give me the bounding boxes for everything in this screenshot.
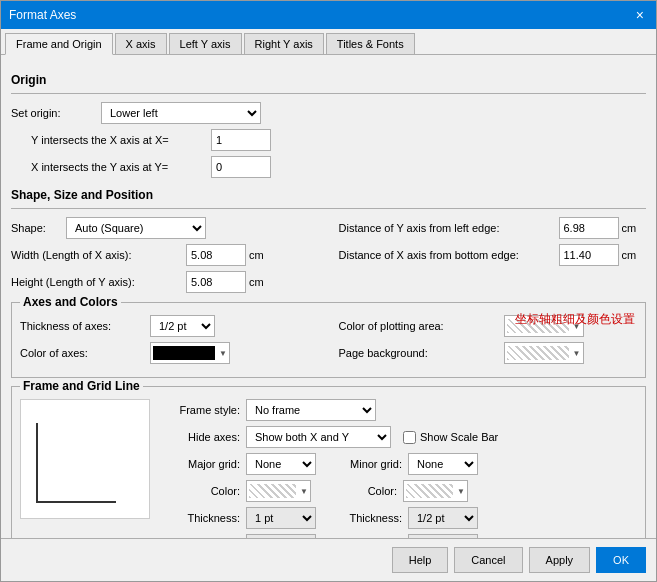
- close-button[interactable]: ×: [632, 7, 648, 23]
- shape-size-title: Shape, Size and Position: [11, 188, 646, 202]
- shape-row: Shape: Auto (Square): [11, 217, 319, 239]
- dist-y-label: Distance of Y axis from left edge:: [339, 222, 559, 234]
- page-background-row: Page background: ▼: [339, 342, 638, 364]
- major-grid-label: Major grid:: [160, 458, 240, 470]
- page-background-dropdown[interactable]: ▼: [504, 342, 584, 364]
- title-bar: Format Axes ×: [1, 1, 656, 29]
- apply-button[interactable]: Apply: [529, 547, 591, 573]
- origin-title: Origin: [11, 73, 646, 87]
- minor-color-dropdown[interactable]: ▼: [403, 480, 468, 502]
- dist-x-row: Distance of X axis from bottom edge: cm: [339, 244, 647, 266]
- thickness-select[interactable]: 1/2 pt: [150, 315, 215, 337]
- show-scale-bar-checkbox[interactable]: [403, 431, 416, 444]
- dist-y-unit: cm: [622, 222, 637, 234]
- plotting-area-label: Color of plotting area:: [339, 320, 504, 332]
- x-intersects-row: X intersects the Y axis at Y=: [11, 156, 646, 178]
- tab-frame-origin[interactable]: Frame and Origin: [5, 33, 113, 55]
- page-background-label: Page background:: [339, 347, 504, 359]
- frame-controls: Frame style: No frame Hide axes: Show bo…: [160, 399, 637, 538]
- show-scale-bar-row: Show Scale Bar: [403, 431, 498, 444]
- major-style-select[interactable]: [246, 534, 316, 538]
- chinese-note: 坐标轴粗细及颜色设置: [515, 311, 635, 328]
- dist-x-input[interactable]: [559, 244, 619, 266]
- height-label: Height (Length of Y axis):: [11, 276, 186, 288]
- major-grid-select[interactable]: None: [246, 453, 316, 475]
- width-input[interactable]: [186, 244, 246, 266]
- frame-style-select[interactable]: No frame: [246, 399, 376, 421]
- show-scale-bar-label: Show Scale Bar: [420, 431, 498, 443]
- color-axes-dropdown[interactable]: ▼: [150, 342, 230, 364]
- set-origin-label: Set origin:: [11, 107, 101, 119]
- style-row: Style: Style:: [160, 534, 637, 538]
- set-origin-row: Set origin: Lower left: [11, 102, 646, 124]
- dist-y-row: Distance of Y axis from left edge: cm: [339, 217, 647, 239]
- tab-bar: Frame and Origin X axis Left Y axis Righ…: [1, 29, 656, 55]
- dist-x-label: Distance of X axis from bottom edge:: [339, 249, 559, 261]
- height-unit: cm: [249, 276, 264, 288]
- hide-axes-row: Hide axes: Show both X and Y Show Scale …: [160, 426, 637, 448]
- y-intersects-input[interactable]: [211, 129, 271, 151]
- minor-thickness-label: Thickness:: [337, 512, 402, 524]
- hide-axes-select[interactable]: Show both X and Y: [246, 426, 391, 448]
- x-intersects-input[interactable]: [211, 156, 271, 178]
- axes-colors-section: Axes and Colors Thickness of axes: 1/2 p…: [11, 302, 646, 378]
- major-thickness-label: Thickness:: [160, 512, 240, 524]
- y-intersects-row: Y intersects the X axis at X=: [11, 129, 646, 151]
- width-unit: cm: [249, 249, 264, 261]
- minor-grid-select[interactable]: None: [408, 453, 478, 475]
- axes-colors-left: Thickness of axes: 1/2 pt Color of axes:…: [20, 315, 319, 369]
- cancel-button[interactable]: Cancel: [454, 547, 522, 573]
- major-color-dropdown[interactable]: ▼: [246, 480, 311, 502]
- tab-x-axis[interactable]: X axis: [115, 33, 167, 54]
- thickness-label: Thickness of axes:: [20, 320, 150, 332]
- frame-preview-axes: [36, 423, 116, 503]
- axes-colors-title: Axes and Colors: [20, 295, 121, 309]
- minor-thickness-select[interactable]: 1/2 pt: [408, 507, 478, 529]
- color-row: Color: ▼ Color: ▼: [160, 480, 637, 502]
- color-axes-label: Color of axes:: [20, 347, 150, 359]
- shape-select[interactable]: Auto (Square): [66, 217, 206, 239]
- width-row: Width (Length of X axis): cm: [11, 244, 319, 266]
- height-input[interactable]: [186, 271, 246, 293]
- dialog-title: Format Axes: [9, 8, 76, 22]
- major-color-label: Color:: [160, 485, 240, 497]
- color-axes-row: Color of axes: ▼: [20, 342, 319, 364]
- height-row: Height (Length of Y axis): cm: [11, 271, 319, 293]
- frame-preview: [20, 399, 150, 519]
- grid-row: Major grid: None Minor grid: None: [160, 453, 637, 475]
- tab-titles-fonts[interactable]: Titles & Fonts: [326, 33, 415, 54]
- frame-grid-section: Frame and Grid Line Frame style: No fram…: [11, 386, 646, 538]
- y-intersects-label: Y intersects the X axis at X=: [11, 134, 211, 146]
- x-intersects-label: X intersects the Y axis at Y=: [11, 161, 211, 173]
- help-button[interactable]: Help: [392, 547, 449, 573]
- frame-style-row: Frame style: No frame: [160, 399, 637, 421]
- set-origin-select[interactable]: Lower left: [101, 102, 261, 124]
- dist-y-input[interactable]: [559, 217, 619, 239]
- minor-grid-label: Minor grid:: [337, 458, 402, 470]
- thickness-row: Thickness of axes: 1/2 pt: [20, 315, 319, 337]
- frame-style-label: Frame style:: [160, 404, 240, 416]
- tab-right-y-axis[interactable]: Right Y axis: [244, 33, 324, 54]
- dist-x-unit: cm: [622, 249, 637, 261]
- minor-color-label: Color:: [332, 485, 397, 497]
- thickness-row2: Thickness: 1 pt Thickness: 1/2 pt: [160, 507, 637, 529]
- frame-grid-title: Frame and Grid Line: [20, 379, 143, 393]
- dialog: Format Axes × Frame and Origin X axis Le…: [0, 0, 657, 582]
- shape-label: Shape:: [11, 222, 66, 234]
- ok-button[interactable]: OK: [596, 547, 646, 573]
- shape-size-section: Shape, Size and Position Shape: Auto (Sq…: [11, 188, 646, 298]
- width-label: Width (Length of X axis):: [11, 249, 186, 261]
- hide-axes-label: Hide axes:: [160, 431, 240, 443]
- main-content: Origin Set origin: Lower left Y intersec…: [1, 55, 656, 538]
- bottom-bar: Help Cancel Apply OK: [1, 538, 656, 581]
- major-thickness-select[interactable]: 1 pt: [246, 507, 316, 529]
- tab-left-y-axis[interactable]: Left Y axis: [169, 33, 242, 54]
- minor-style-select[interactable]: [408, 534, 478, 538]
- origin-section: Origin Set origin: Lower left Y intersec…: [11, 73, 646, 178]
